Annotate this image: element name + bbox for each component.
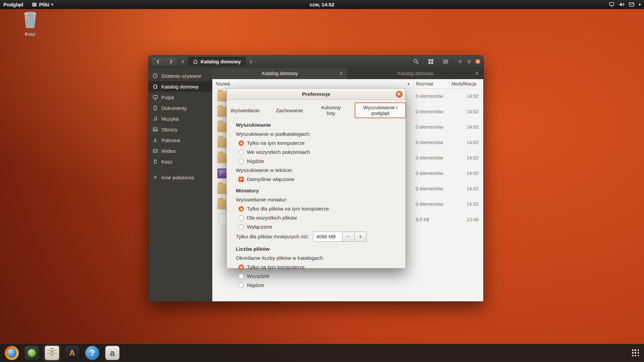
radio-icon	[238, 274, 244, 279]
sort-ascending-icon: ▲	[407, 82, 410, 85]
message-indicator-icon[interactable]	[629, 2, 634, 7]
sidebar-item-label: Pulpit	[161, 95, 174, 100]
file-modified: 14:02	[448, 124, 483, 130]
session-chevron-icon[interactable]: ▾	[639, 2, 641, 7]
tab-home-1[interactable]: Katalog domowy ✕	[212, 68, 348, 79]
a-app-icon[interactable]: a	[105, 345, 120, 361]
help-icon[interactable]: ?	[85, 345, 100, 361]
sidebar-item-other-locations[interactable]: Inne położenia	[149, 172, 212, 183]
sidebar-item-label: Obrazy	[161, 127, 177, 132]
amazon-icon[interactable]: A	[64, 345, 80, 361]
window-titlebar[interactable]: Katalog domowy	[149, 56, 483, 68]
radio-count-local[interactable]: Tylko na tym komputerze	[236, 262, 396, 272]
column-header-name[interactable]: Nazwa ▲	[212, 79, 414, 88]
sidebar-item-recent[interactable]: Ostatnio używane	[149, 70, 212, 81]
file-size: 0 elementów	[414, 171, 448, 176]
sidebar-item-videos[interactable]: Wideo	[149, 145, 212, 156]
tab-display[interactable]: Wyświetlanie	[227, 106, 263, 115]
clock[interactable]: czw, 14:52	[310, 2, 334, 7]
activities-button[interactable]: Podgląd	[3, 2, 23, 7]
menu-button[interactable]	[439, 57, 451, 66]
sidebar-item-label: Muzyka	[161, 116, 179, 122]
view-toggle-button[interactable]	[425, 57, 437, 66]
file-size: 0 elementów	[414, 140, 448, 145]
sidebar-item-desktop[interactable]: Pulpit	[149, 92, 212, 103]
checkbox-fulltext-default[interactable]: ✓ Domyślnie włączone	[236, 175, 396, 184]
sidebar-item-label: Ostatnio używane	[161, 73, 201, 79]
firefox-icon[interactable]	[4, 345, 19, 361]
column-headers: Nazwa ▲ Rozmiar Modyfikacja	[212, 79, 483, 88]
file-size: 0 elementów	[414, 124, 448, 130]
radio-search-local[interactable]: Tylko na tym komputerze	[236, 138, 396, 147]
thumbnail-size-input[interactable]: 4096 MB	[313, 232, 342, 242]
thumbnail-size-spinner: 4096 MB − +	[313, 232, 367, 242]
file-modified: 13:46	[448, 217, 483, 222]
dialog-close-button[interactable]: ✕	[396, 91, 402, 98]
window-close-button[interactable]	[475, 59, 481, 64]
music-icon	[153, 116, 158, 121]
files-mini-icon	[32, 2, 37, 7]
radio-search-never[interactable]: Nigdzie	[236, 157, 396, 166]
green-app-icon[interactable]	[24, 345, 40, 361]
sidebar-item-documents[interactable]: Dokumenty	[149, 103, 212, 113]
plus-icon	[153, 175, 158, 180]
file-modified: 14:02	[448, 109, 483, 114]
tab-list-columns[interactable]: Kolumny listy	[315, 103, 346, 118]
sidebar-item-label: Wideo	[161, 148, 176, 154]
home-icon	[193, 59, 198, 64]
sidebar-item-trash[interactable]: Kosz	[149, 156, 212, 167]
column-header-modified[interactable]: Modyfikacja	[448, 79, 483, 88]
spinner-increment-button[interactable]: +	[355, 232, 367, 242]
file-modified: 14:02	[448, 186, 483, 191]
app-menu-button[interactable]: Pliki ▾	[32, 2, 53, 7]
radio-count-everywhere[interactable]: Wszędzie	[236, 272, 396, 281]
maximize-button[interactable]	[466, 59, 472, 64]
grid-view-icon	[428, 59, 434, 64]
radio-thumbs-local[interactable]: Tylko dla plików na tym komputerze	[236, 204, 396, 213]
radio-search-all-locations[interactable]: We wszystkich położeniach	[236, 147, 396, 157]
radio-thumbs-never[interactable]: Wyłączone	[236, 222, 396, 231]
file-modified: 14:02	[448, 140, 483, 145]
sidebar-item-downloads[interactable]: Pobrane	[149, 135, 212, 145]
back-button[interactable]	[152, 57, 164, 66]
label-search-subfolders: Wyszukiwanie w podkatalogach:	[236, 129, 396, 138]
tab-home-2[interactable]: Katalog domowy ✕	[348, 68, 483, 79]
forward-button[interactable]	[164, 57, 177, 66]
file-size: 9,0 kB	[414, 217, 448, 222]
network-indicator-icon[interactable]	[609, 2, 614, 7]
radio-count-never[interactable]: Nigdzie	[236, 281, 396, 290]
search-icon	[413, 59, 419, 64]
top-bar: Podgląd Pliki ▾ czw, 14:52 ▾	[0, 0, 644, 9]
sidebar-item-home[interactable]: Katalog domowy	[149, 81, 212, 92]
volume-indicator-icon[interactable]	[619, 2, 625, 7]
app-grid-icon[interactable]	[632, 349, 639, 357]
tab-close-icon[interactable]: ✕	[339, 71, 343, 76]
sidebar-item-pictures[interactable]: Obrazy	[149, 124, 212, 135]
sidebar-item-label: Inne położenia	[161, 175, 194, 180]
sidebar-item-label: Pobrane	[161, 137, 180, 143]
sidebar: Ostatnio używane Katalog domowy Pulpit	[149, 68, 212, 301]
clock-icon	[153, 73, 158, 78]
tab-search-preview[interactable]: Wyszukiwanie i podgląd	[355, 103, 406, 118]
file-size: 0 elementów	[414, 155, 448, 161]
spinner-decrement-button[interactable]: −	[342, 232, 355, 242]
column-header-size[interactable]: Rozmiar	[414, 79, 448, 88]
sidebar-item-music[interactable]: Muzyka	[149, 113, 212, 124]
files-icon[interactable]	[44, 345, 60, 361]
trash-desktop-icon[interactable]: Kosz	[17, 11, 43, 37]
search-button[interactable]	[410, 57, 422, 66]
radio-selected-icon	[238, 140, 244, 146]
video-icon	[153, 148, 158, 154]
tab-behavior[interactable]: Zachowanie	[272, 106, 307, 115]
minimize-button[interactable]	[458, 59, 463, 64]
path-scroll-right-icon[interactable]	[248, 57, 254, 66]
trash-icon	[153, 159, 158, 164]
file-modified: 14:02	[448, 94, 483, 99]
path-scroll-left-icon[interactable]	[180, 57, 185, 66]
label-fulltext-search: Wyszukiwanie w tekście:	[236, 166, 396, 175]
file-modified: 14:02	[448, 171, 483, 176]
radio-thumbs-all-files[interactable]: Dla wszystkich plików	[236, 213, 396, 222]
current-folder-button[interactable]: Katalog domowy	[188, 57, 246, 66]
dialog-titlebar[interactable]: Preferencje ✕	[227, 88, 406, 100]
tab-close-icon[interactable]: ✕	[475, 71, 479, 76]
